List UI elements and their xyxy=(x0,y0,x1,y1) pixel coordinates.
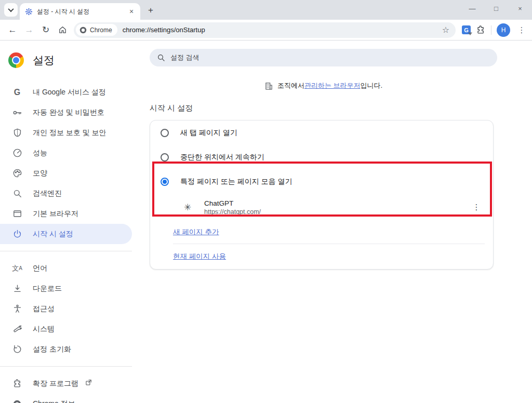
radio-button[interactable] xyxy=(161,129,169,137)
reload-button[interactable]: ↻ xyxy=(37,22,54,38)
notice-prefix: 조직에서 xyxy=(277,81,304,90)
managed-browser-link[interactable]: 관리하는 브라우저 xyxy=(304,81,361,90)
settings-sidebar: 설정 G 내 Google 서비스 설정 자동 완성 및 비밀번호 개인 정보 … xyxy=(0,41,132,402)
browser-menu-icon[interactable]: ⋮ xyxy=(515,25,528,35)
sidebar-item-label: 시작 시 설정 xyxy=(33,230,73,239)
radio-label: 중단한 위치에서 계속하기 xyxy=(180,153,264,162)
sidebar-item-label: 기본 브라우저 xyxy=(33,209,78,219)
building-icon xyxy=(264,82,273,90)
shield-icon xyxy=(12,128,22,138)
browser-toolbar: ← → ↻ Chrome chrome://settings/onStartup… xyxy=(0,20,532,41)
accessibility-person-icon xyxy=(12,304,22,314)
sidebar-item-on-startup[interactable]: 시작 시 설정 xyxy=(0,224,132,244)
sidebar-item-appearance[interactable]: 모양 xyxy=(0,163,132,183)
sidebar-item-label: 자동 완성 및 비밀번호 xyxy=(33,108,104,117)
search-icon xyxy=(12,189,22,199)
key-icon xyxy=(12,108,22,118)
option-open-new-tab[interactable]: 새 탭 페이지 열기 xyxy=(150,120,493,145)
notice-suffix: 입니다. xyxy=(361,81,383,90)
add-page-row: 새 페이지 추가 xyxy=(150,221,493,244)
toolbar-right: G H ⋮ xyxy=(462,23,528,37)
add-new-page-link[interactable]: 새 페이지 추가 xyxy=(173,227,219,237)
active-tab[interactable]: 설정 - 시작 시 설정 × xyxy=(20,3,140,20)
download-icon xyxy=(12,284,22,294)
power-icon xyxy=(12,229,22,239)
sidebar-item-label: 다운로드 xyxy=(33,284,62,293)
browser-window-icon xyxy=(12,209,22,219)
settings-main: 설정 검색 조직에서 관리하는 브라우저입니다. 시작 시 설정 새 탭 페 xyxy=(150,41,497,402)
home-icon xyxy=(58,25,67,34)
sidebar-item-label: Chrome 정보 xyxy=(33,399,75,403)
new-tab-button[interactable]: + xyxy=(143,3,158,18)
minimize-button[interactable]: — xyxy=(460,0,484,17)
sidebar-item-accessibility[interactable]: 접근성 xyxy=(0,299,132,319)
sidebar-item-autofill[interactable]: 자동 완성 및 비밀번호 xyxy=(0,102,132,123)
site-menu-icon[interactable]: ⋮ xyxy=(468,199,485,216)
page-title: 설정 xyxy=(33,53,55,68)
sidebar-item-about-chrome[interactable]: Chrome 정보 xyxy=(0,394,132,403)
radio-label: 새 탭 페이지 열기 xyxy=(180,128,237,138)
use-current-row: 현재 페이지 사용 xyxy=(150,244,493,269)
chrome-gray-icon xyxy=(12,399,22,403)
extensions-icon[interactable] xyxy=(476,25,486,35)
sidebar-item-downloads[interactable]: 다운로드 xyxy=(0,278,132,299)
site-chip[interactable]: Chrome xyxy=(76,24,117,36)
radio-button[interactable] xyxy=(161,178,169,186)
search-icon xyxy=(157,53,165,62)
tab-strip: 설정 - 시작 시 설정 × + — □ × xyxy=(0,0,532,20)
profile-avatar[interactable]: H xyxy=(497,23,510,37)
palette-icon xyxy=(12,168,22,179)
maximize-button[interactable]: □ xyxy=(484,0,508,17)
speedometer-icon xyxy=(12,148,22,158)
sidebar-item-label: 언어 xyxy=(33,264,47,273)
option-continue-where-left-off[interactable]: 중단한 위치에서 계속하기 xyxy=(150,145,493,169)
google-g-icon: G xyxy=(12,87,22,98)
sidebar-divider xyxy=(0,366,132,367)
sidebar-item-privacy[interactable]: 개인 정보 보호 및 보안 xyxy=(0,123,132,143)
site-info: ChatGPT https://chatgpt.com/ xyxy=(204,199,468,216)
use-current-pages-link[interactable]: 현재 페이지 사용 xyxy=(173,252,226,261)
section-title: 시작 시 설정 xyxy=(150,103,497,113)
tab-search-button[interactable] xyxy=(4,3,18,17)
search-placeholder: 설정 검색 xyxy=(170,53,200,62)
settings-search-input[interactable]: 설정 검색 xyxy=(150,49,497,66)
address-bar[interactable]: Chrome chrome://settings/onStartup ☆ xyxy=(74,22,456,38)
sidebar-item-default-browser[interactable]: 기본 브라우저 xyxy=(0,204,132,224)
translate-icon[interactable]: G xyxy=(462,25,471,34)
chrome-icon xyxy=(80,26,86,33)
back-button[interactable]: ← xyxy=(4,22,21,38)
home-button[interactable] xyxy=(54,22,71,38)
startup-page-row: ✳ ChatGPT https://chatgpt.com/ ⋮ xyxy=(150,194,493,221)
forward-button[interactable]: → xyxy=(21,22,37,38)
chatgpt-favicon: ✳ xyxy=(182,202,193,212)
sidebar-item-system[interactable]: 시스템 xyxy=(0,319,132,339)
tab-close-icon[interactable]: × xyxy=(127,7,136,16)
reset-icon xyxy=(12,344,22,355)
site-name: ChatGPT xyxy=(204,199,468,207)
sidebar-item-search-engine[interactable]: 검색엔진 xyxy=(0,183,132,204)
sidebar-item-languages[interactable]: 文A 언어 xyxy=(0,258,132,278)
radio-label: 특정 페이지 또는 페이지 모음 열기 xyxy=(180,177,292,186)
bookmark-star-icon[interactable]: ☆ xyxy=(442,25,449,35)
option-open-specific-pages[interactable]: 특정 페이지 또는 페이지 모음 열기 xyxy=(150,169,493,194)
sidebar-item-extensions[interactable]: 확장 프로그램 xyxy=(0,373,132,394)
sidebar-item-label: 시스템 xyxy=(33,325,55,334)
sidebar-menu: G 내 Google 서비스 설정 자동 완성 및 비밀번호 개인 정보 보호 … xyxy=(0,82,132,403)
startup-options-card: 새 탭 페이지 열기 중단한 위치에서 계속하기 특정 페이지 또는 페이지 모… xyxy=(150,120,494,270)
sidebar-item-label: 검색엔진 xyxy=(33,189,62,198)
radio-button[interactable] xyxy=(161,153,169,162)
toolbar-divider xyxy=(491,25,491,35)
tab-title: 설정 - 시작 시 설정 xyxy=(37,7,127,16)
sidebar-item-reset[interactable]: 설정 초기화 xyxy=(0,339,132,359)
external-link-icon xyxy=(85,379,92,388)
managed-browser-notice: 조직에서 관리하는 브라우저입니다. xyxy=(150,81,497,90)
sidebar-item-google-services[interactable]: G 내 Google 서비스 설정 xyxy=(0,82,132,102)
sidebar-item-performance[interactable]: 성능 xyxy=(0,143,132,163)
close-window-button[interactable]: × xyxy=(508,0,532,17)
puzzle-icon xyxy=(12,379,22,389)
sidebar-divider xyxy=(0,251,132,251)
url-text[interactable]: chrome://settings/onStartup xyxy=(123,26,442,34)
sidebar-item-label: 모양 xyxy=(33,169,47,178)
site-url: https://chatgpt.com/ xyxy=(204,208,468,216)
settings-gear-icon xyxy=(25,8,33,16)
